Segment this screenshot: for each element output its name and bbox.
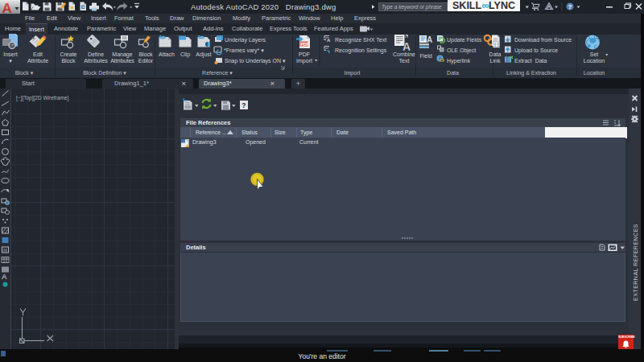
svg-text:A: A bbox=[402, 40, 411, 53]
svg-text:?: ? bbox=[242, 101, 246, 109]
svg-text:PDF: PDF bbox=[324, 47, 328, 50]
svg-text:PDF: PDF bbox=[301, 42, 309, 47]
svg-text:A: A bbox=[427, 35, 432, 44]
svg-text:?: ? bbox=[568, 3, 572, 10]
svg-text:A: A bbox=[327, 38, 331, 43]
svg-text:A: A bbox=[2, 273, 6, 281]
